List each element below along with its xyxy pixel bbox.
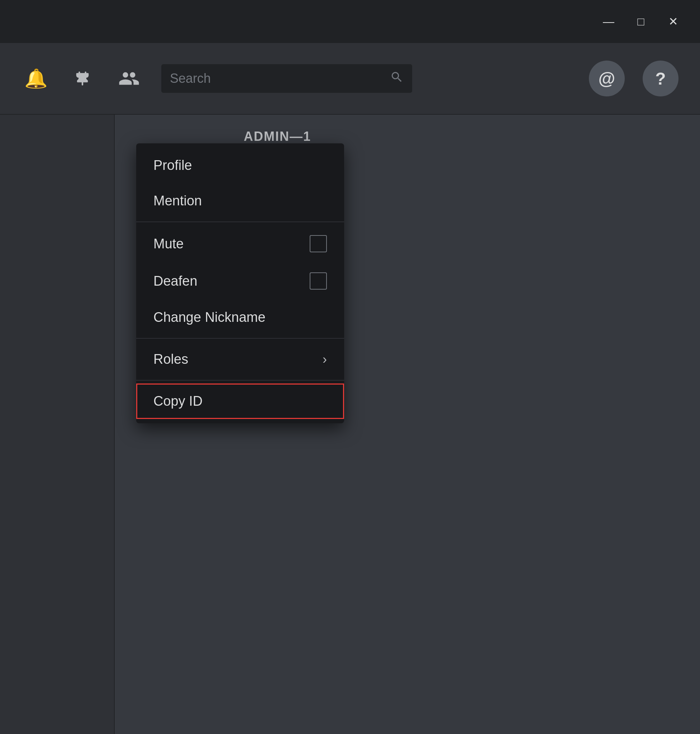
context-menu-copy-id[interactable]: Copy ID bbox=[136, 384, 344, 419]
pinned-messages-icon[interactable] bbox=[68, 64, 97, 93]
deafen-checkbox[interactable] bbox=[310, 272, 327, 290]
toolbar: 🔔 @ ? bbox=[0, 43, 700, 115]
content-area: ADMIN—1 Profile Mention Mute Deafen bbox=[115, 115, 700, 734]
menu-divider-1 bbox=[136, 222, 344, 222]
sidebar bbox=[0, 115, 115, 734]
maximize-button[interactable]: □ bbox=[628, 11, 653, 32]
minimize-button[interactable]: — bbox=[596, 11, 621, 32]
mentions-button[interactable]: @ bbox=[589, 60, 625, 96]
admin-channel-label: ADMIN—1 bbox=[244, 129, 311, 144]
search-input[interactable] bbox=[170, 71, 384, 86]
context-menu-mention-label: Mention bbox=[153, 193, 202, 209]
context-menu-copy-id-label: Copy ID bbox=[153, 394, 203, 409]
menu-divider-2 bbox=[136, 338, 344, 339]
title-bar: — □ ✕ bbox=[0, 0, 700, 43]
context-menu-change-nickname-label: Change Nickname bbox=[153, 310, 266, 325]
at-icon: @ bbox=[599, 69, 615, 88]
menu-divider-3 bbox=[136, 380, 344, 381]
context-menu-roles-label: Roles bbox=[153, 352, 188, 367]
mute-checkbox[interactable] bbox=[310, 235, 327, 252]
context-menu: Profile Mention Mute Deafen Change Nickn… bbox=[136, 143, 344, 423]
context-menu-mute-label: Mute bbox=[153, 236, 184, 252]
context-menu-deafen[interactable]: Deafen bbox=[136, 262, 344, 300]
search-bar[interactable] bbox=[161, 64, 412, 93]
context-menu-change-nickname[interactable]: Change Nickname bbox=[136, 300, 344, 335]
main-area: ADMIN—1 Profile Mention Mute Deafen bbox=[0, 115, 700, 734]
search-icon bbox=[390, 70, 404, 87]
roles-submenu-arrow-icon: › bbox=[323, 352, 327, 367]
help-icon: ? bbox=[655, 69, 666, 88]
friends-icon[interactable] bbox=[115, 64, 143, 93]
notifications-icon[interactable]: 🔔 bbox=[22, 64, 50, 93]
help-button[interactable]: ? bbox=[643, 60, 678, 96]
context-menu-profile-label: Profile bbox=[153, 158, 192, 173]
context-menu-mention[interactable]: Mention bbox=[136, 183, 344, 219]
context-menu-mute[interactable]: Mute bbox=[136, 225, 344, 262]
close-button[interactable]: ✕ bbox=[660, 11, 686, 32]
context-menu-deafen-label: Deafen bbox=[153, 274, 197, 289]
context-menu-roles[interactable]: Roles › bbox=[136, 341, 344, 377]
context-menu-profile[interactable]: Profile bbox=[136, 148, 344, 183]
